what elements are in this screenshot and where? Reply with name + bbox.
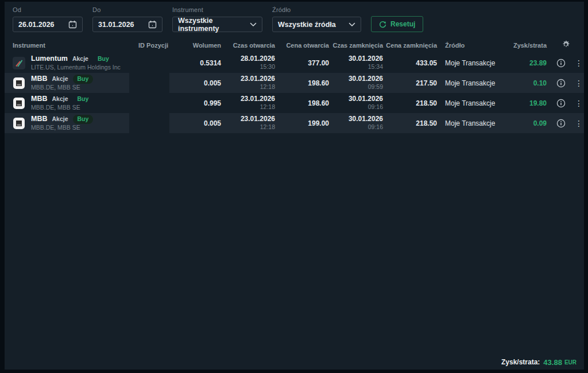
instrument-subtitle: MBB.DE, MBB SE [31, 84, 93, 91]
open-time-cell: 23.01.2026 12:18 [222, 95, 276, 111]
position-id-cell [129, 113, 169, 133]
instrument-type: Akcje [72, 55, 88, 63]
chevron-down-icon [250, 22, 257, 27]
reset-button[interactable]: Resetuj [371, 16, 423, 32]
filter-date-from: Od 26.01.2026 [13, 6, 83, 32]
header-czas-zamkniecia[interactable]: Czas zamknięcia [330, 42, 384, 49]
header-cena-zamkniecia[interactable]: Cena zamknięcia [384, 42, 438, 49]
volume-cell: 0.995 [169, 99, 222, 107]
instrument-select[interactable]: Wszystkie instrumenty [172, 17, 262, 32]
header-id-pozycji[interactable]: ID Pozycji [129, 42, 169, 49]
mbb-logo-icon [13, 77, 25, 90]
instrument-type: Akcje [52, 75, 68, 83]
totals-footer: Zysk/strata: 43.88 EUR [5, 355, 584, 370]
date-to-value: 31.01.2026 [98, 21, 148, 29]
column-settings-button[interactable] [548, 40, 583, 50]
mbb-logo-icon [13, 117, 25, 130]
row-menu-button[interactable]: ⋮ [574, 99, 583, 107]
source-select-value: Wszystkie źródła [278, 21, 349, 29]
kebab-icon: ⋮ [575, 119, 583, 127]
source-select[interactable]: Wszystkie źródła [272, 17, 361, 32]
instrument-name: MBB [31, 115, 47, 124]
close-price-cell: 218.50 [384, 99, 438, 107]
calendar-icon[interactable] [148, 20, 157, 29]
instrument-cell: MBB Akcje Buy MBB.DE, MBB SE [5, 73, 129, 93]
source-cell: Moje Transakcje [438, 99, 505, 107]
table-row[interactable]: MBB Akcje Buy MBB.DE, MBB SE 0.995 23.01… [5, 93, 584, 113]
source-cell: Moje Transakcje [438, 59, 505, 67]
date-from-label: Od [13, 6, 83, 13]
open-price-cell: 198.60 [276, 99, 330, 107]
empty-area [5, 133, 584, 355]
volume-cell: 0.005 [169, 79, 222, 87]
date-to-label: Do [92, 6, 163, 13]
volume-cell: 0.005 [169, 119, 222, 127]
instrument-subtitle: LITE.US, Lumentum Holdings Inc [31, 64, 121, 71]
row-menu-button[interactable]: ⋮ [574, 119, 583, 127]
date-from-value: 26.01.2026 [18, 21, 68, 29]
chevron-down-icon [349, 22, 355, 27]
total-profit-value: 43.88 [543, 358, 562, 367]
close-time-cell: 30.01.2026 15:34 [330, 55, 384, 71]
instrument-cell: MBB Akcje Buy MBB.DE, MBB SE [5, 93, 129, 113]
volume-cell: 0.5314 [169, 59, 222, 67]
header-wolumen[interactable]: Wolumen [169, 42, 222, 49]
filter-source: Źródło Wszystkie źródła [272, 6, 361, 32]
instrument-select-value: Wszystkie instrumenty [178, 17, 250, 33]
date-to-input[interactable]: 31.01.2026 [92, 17, 163, 32]
info-button[interactable] [548, 59, 574, 68]
table-row[interactable]: MBB Akcje Buy MBB.DE, MBB SE 0.005 23.01… [5, 73, 584, 93]
profit-cell: 19.80 [505, 99, 548, 107]
calendar-icon[interactable] [68, 20, 77, 29]
header-czas-otwarcia[interactable]: Czas otwarcia [222, 42, 276, 49]
profit-cell: 23.89 [505, 59, 548, 67]
instrument-cell: Lumentum Akcje Buy LITE.US, Lumentum Hol… [5, 53, 129, 73]
position-id-cell [129, 73, 169, 93]
reset-button-label: Resetuj [390, 20, 415, 28]
history-panel: Od 26.01.2026 Do 31.01.2026 Instrument W… [5, 2, 584, 370]
close-time-cell: 30.01.2026 09:59 [330, 75, 384, 91]
info-button[interactable] [548, 79, 574, 88]
header-instrument[interactable]: Instrument [5, 42, 129, 49]
side-badge: Buy [73, 75, 94, 83]
date-from-input[interactable]: 26.01.2026 [13, 17, 83, 32]
table-row[interactable]: MBB Akcje Buy MBB.DE, MBB SE 0.005 23.01… [5, 113, 584, 133]
instrument-name: MBB [31, 95, 47, 104]
close-time-cell: 30.01.2026 09:16 [330, 95, 384, 111]
info-button[interactable] [548, 119, 574, 128]
side-badge: Buy [93, 55, 114, 63]
total-profit-label: Zysk/strata: [501, 358, 540, 366]
info-button[interactable] [548, 99, 574, 108]
row-menu-button[interactable]: ⋮ [574, 79, 583, 87]
kebab-icon: ⋮ [575, 79, 583, 87]
profit-cell: 0.10 [505, 79, 548, 87]
mbb-logo-icon [13, 97, 25, 110]
instrument-name: Lumentum [31, 55, 68, 64]
filter-bar: Od 26.01.2026 Do 31.01.2026 Instrument W… [5, 2, 584, 37]
source-filter-label: Źródło [272, 6, 361, 13]
gear-icon [562, 40, 570, 49]
close-time-cell: 30.01.2026 09:16 [330, 115, 384, 131]
header-zrodlo[interactable]: Źródło [438, 42, 505, 49]
refresh-icon [379, 21, 386, 28]
table-row[interactable]: Lumentum Akcje Buy LITE.US, Lumentum Hol… [5, 53, 584, 73]
kebab-icon: ⋮ [575, 59, 583, 67]
header-cena-otwarcia[interactable]: Cena otwarcia [276, 42, 330, 49]
instrument-type: Akcje [52, 95, 68, 103]
open-price-cell: 198.60 [276, 79, 330, 87]
table-header: Instrument ID Pozycji Wolumen Czas otwar… [5, 37, 584, 53]
filter-instrument: Instrument Wszystkie instrumenty [172, 6, 262, 32]
header-zysk-strata[interactable]: Zysk/strata [505, 42, 548, 49]
instrument-subtitle: MBB.DE, MBB SE [31, 104, 93, 111]
instrument-filter-label: Instrument [172, 6, 262, 13]
open-price-cell: 377.00 [276, 59, 330, 67]
kebab-icon: ⋮ [575, 99, 583, 107]
close-price-cell: 217.50 [384, 79, 438, 87]
total-profit-currency: EUR [564, 359, 577, 366]
source-cell: Moje Transakcje [438, 119, 505, 127]
instrument-type: Akcje [52, 115, 68, 123]
filter-date-to: Do 31.01.2026 [92, 6, 163, 32]
side-badge: Buy [73, 115, 94, 123]
row-menu-button[interactable]: ⋮ [574, 59, 583, 67]
side-badge: Buy [73, 95, 94, 103]
